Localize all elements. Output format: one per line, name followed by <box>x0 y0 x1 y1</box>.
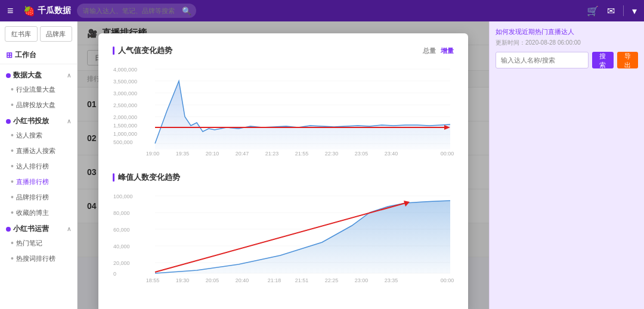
nav-icons: 🛒 ✉ ▾ <box>587 5 637 17</box>
sidebar-item-label: 行业流量大盘 <box>16 85 55 94</box>
sidebar-item-brand[interactable]: 品牌投放大盘 <box>0 97 77 113</box>
chart1-options: 总量 增量 <box>423 46 454 55</box>
sidebar-item-favorites[interactable]: 收藏的博主 <box>0 205 77 220</box>
right-tip[interactable]: 如何发现近期热门直播达人 <box>496 27 638 36</box>
svg-text:21:18: 21:18 <box>268 277 281 283</box>
svg-text:0: 0 <box>113 271 116 277</box>
chart2-svg: 100,000 80,000 60,000 40,000 20,000 0 <box>113 190 454 285</box>
brand-btn[interactable]: 品牌库 <box>40 26 73 42</box>
svg-text:20:40: 20:40 <box>236 277 249 283</box>
logo: 🍓 千瓜数据 <box>23 5 71 17</box>
chart2-title: 峰值人数变化趋势 <box>113 172 180 183</box>
sidebar-item-label: 热搜词排行榜 <box>16 254 55 263</box>
sidebar: 红书库 品牌库 ⊞ 工作台 数据大盘 ∧ 行业流量大盘 品牌投放大盘 小红书投放… <box>0 21 78 309</box>
sidebar-item-label: 达人排行榜 <box>16 162 49 171</box>
svg-text:40,000: 40,000 <box>113 244 130 249</box>
svg-text:3,500,000: 3,500,000 <box>113 79 137 85</box>
sidebar-item-label: 品牌投放大盘 <box>16 101 55 110</box>
chart1-area: 4,000,000 3,500,000 3,000,000 2,500,000 … <box>113 63 454 160</box>
sidebar-item-hot-search[interactable]: 热搜词排行榜 <box>0 251 77 266</box>
sidebar-item-workbench[interactable]: ⊞ 工作台 <box>0 46 77 61</box>
logo-text: 千瓜数据 <box>38 5 71 16</box>
sidebar-item-kol-ranking[interactable]: 达人排行榜 <box>0 158 77 174</box>
sidebar-item-label: 收藏的博主 <box>16 208 49 217</box>
opt-total[interactable]: 总量 <box>423 46 436 55</box>
right-panel: 如何发现近期热门直播达人 更新时间：2020-08-28 06:00:00 搜索… <box>489 21 644 309</box>
right-search-input[interactable] <box>496 52 589 68</box>
hamburger-icon[interactable]: ≡ <box>7 5 14 17</box>
chart2-area: 100,000 80,000 60,000 40,000 20,000 0 <box>113 190 454 287</box>
svg-text:19:30: 19:30 <box>176 277 190 283</box>
sidebar-section-operation[interactable]: 小红书运营 ∧ <box>0 220 77 235</box>
svg-text:19:35: 19:35 <box>176 151 190 157</box>
svg-text:2,000,000: 2,000,000 <box>113 114 137 120</box>
sidebar-item-label: 达人搜索 <box>16 131 42 140</box>
export-btn[interactable]: 导出 <box>617 52 639 68</box>
svg-text:3,000,000: 3,000,000 <box>113 90 137 96</box>
svg-text:22:25: 22:25 <box>325 277 339 283</box>
svg-text:18:55: 18:55 <box>146 277 160 283</box>
svg-text:60,000: 60,000 <box>113 227 130 233</box>
search-input[interactable] <box>77 4 196 18</box>
svg-text:2,500,000: 2,500,000 <box>113 102 137 108</box>
redbook-btn[interactable]: 红书库 <box>5 26 38 42</box>
chart1-title: 人气值变化趋势 <box>113 45 172 56</box>
sidebar-item-label: 直播达人搜索 <box>16 146 55 155</box>
sidebar-item-hot-notes[interactable]: 热门笔记 <box>0 235 77 251</box>
sidebar-item-kol-search[interactable]: 达人搜索 <box>0 127 77 143</box>
svg-text:23:35: 23:35 <box>385 277 398 283</box>
sidebar-item-industry[interactable]: 行业流量大盘 <box>0 82 77 97</box>
sidebar-item-live-kol-search[interactable]: 直播达人搜索 <box>0 143 77 158</box>
svg-text:1,500,000: 1,500,000 <box>113 123 137 129</box>
sidebar-item-brand-ranking[interactable]: 品牌排行榜 <box>0 189 77 205</box>
search-wrap: 🔍 <box>77 4 196 18</box>
modal-overlay: 人气值变化趋势 总量 增量 4,000,000 3,500,000 3,000,… <box>78 21 489 309</box>
sidebar-btn-group: 红书库 品牌库 <box>0 21 77 46</box>
svg-text:80,000: 80,000 <box>113 210 130 216</box>
svg-text:21:51: 21:51 <box>295 277 309 283</box>
svg-text:100,000: 100,000 <box>113 193 133 199</box>
chevron-up-icon3: ∧ <box>67 226 71 232</box>
chart1-svg: 4,000,000 3,500,000 3,000,000 2,500,000 … <box>113 63 454 158</box>
svg-text:20:47: 20:47 <box>236 151 249 157</box>
svg-text:00:00: 00:00 <box>441 151 454 157</box>
svg-text:20,000: 20,000 <box>113 260 130 266</box>
opt-increment[interactable]: 增量 <box>441 46 454 55</box>
sidebar-section-placement[interactable]: 小红书投放 ∧ <box>0 113 77 127</box>
main-content: 🎥 直播排行榜 日榜 周榜 库数数最高 排行 直播 粉丝数 商品数 购买意向人数… <box>78 21 489 309</box>
svg-text:21:23: 21:23 <box>265 151 279 157</box>
layout: 红书库 品牌库 ⊞ 工作台 数据大盘 ∧ 行业流量大盘 品牌投放大盘 小红书投放… <box>0 21 644 309</box>
right-search-row: 搜索 导出 <box>496 52 638 68</box>
svg-text:19:00: 19:00 <box>146 151 160 157</box>
sidebar-item-live-ranking[interactable]: 直播排行榜 <box>0 174 77 189</box>
logo-icon: 🍓 <box>23 5 35 17</box>
chart1-title-row: 人气值变化趋势 总量 增量 <box>113 45 454 56</box>
top-nav: ≡ 🍓 千瓜数据 🔍 🛒 ✉ ▾ <box>0 0 644 21</box>
search-icon[interactable]: 🔍 <box>182 7 191 15</box>
svg-text:20:05: 20:05 <box>206 277 219 283</box>
user-dropdown[interactable]: ▾ <box>632 5 637 17</box>
svg-text:23:05: 23:05 <box>355 151 369 157</box>
svg-text:4,000,000: 4,000,000 <box>113 67 137 73</box>
svg-text:00:00: 00:00 <box>441 277 454 283</box>
chevron-up-icon: ∧ <box>67 72 71 79</box>
svg-text:20:10: 20:10 <box>206 151 219 157</box>
cart-icon[interactable]: 🛒 <box>587 5 599 17</box>
sidebar-item-label: 品牌排行榜 <box>16 193 49 202</box>
svg-text:21:55: 21:55 <box>295 151 309 157</box>
modal: 人气值变化趋势 总量 增量 4,000,000 3,500,000 3,000,… <box>98 33 468 309</box>
mail-icon[interactable]: ✉ <box>607 5 615 17</box>
chart2-title-row: 峰值人数变化趋势 <box>113 172 454 183</box>
sidebar-section-data[interactable]: 数据大盘 ∧ <box>0 67 77 82</box>
svg-text:22:30: 22:30 <box>325 151 339 157</box>
chevron-up-icon2: ∧ <box>67 118 71 124</box>
svg-text:500,000: 500,000 <box>113 139 133 145</box>
right-search-btn[interactable]: 搜索 <box>592 52 614 68</box>
sidebar-item-label: 热门笔记 <box>16 239 42 248</box>
right-update: 更新时间：2020-08-28 06:00:00 <box>496 39 638 47</box>
svg-text:23:40: 23:40 <box>385 151 398 157</box>
svg-text:23:00: 23:00 <box>355 277 369 283</box>
sidebar-item-label: 直播排行榜 <box>16 177 49 186</box>
svg-text:1,000,000: 1,000,000 <box>113 131 137 137</box>
